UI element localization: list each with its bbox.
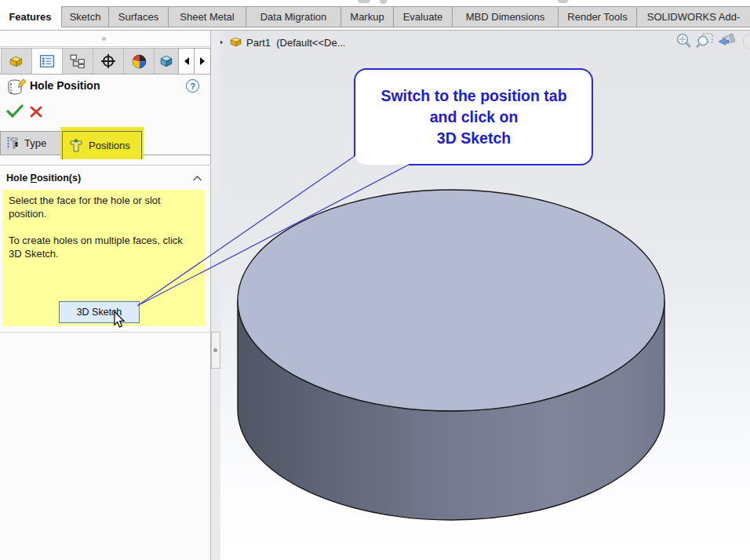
dimxpert-icon	[100, 53, 116, 69]
mouse-cursor	[113, 311, 126, 329]
tab-features[interactable]: Features	[0, 6, 60, 27]
toolbar-pill-fragment	[743, 34, 750, 49]
positions-icon	[69, 139, 83, 153]
cube-icon	[159, 54, 173, 68]
part-icon	[229, 35, 243, 48]
zoom-to-area-icon[interactable]	[696, 32, 715, 49]
ribbon-tab-bar: Features Sketch Surfaces Sheet Metal Dat…	[0, 0, 750, 31]
tab-markup[interactable]: Markup	[340, 6, 394, 27]
tab-pane-extra[interactable]	[154, 48, 179, 75]
splitter-grip-dot	[213, 348, 217, 352]
divider	[0, 74, 211, 75]
property-manager-icon	[39, 54, 55, 68]
message-paragraph: To create holes on multiple faces, click…	[9, 234, 188, 260]
panel-tabs-scroll-left[interactable]	[178, 48, 195, 75]
cancel-button[interactable]	[29, 105, 43, 118]
panel-tabs-scroll-right[interactable]	[194, 48, 211, 75]
toolbar-fragment	[558, 0, 568, 3]
tab-display-manager[interactable]	[123, 48, 155, 75]
configurations-icon	[70, 54, 86, 68]
divider	[0, 165, 211, 166]
divider	[0, 332, 211, 333]
toolbar-fragment	[358, 0, 370, 3]
tab-evaluate[interactable]: Evaluate	[393, 6, 453, 27]
tab-dimxpert-manager[interactable]	[93, 48, 124, 75]
tab-sheet-metal[interactable]: Sheet Metal	[168, 6, 246, 27]
solidworks-window: Features Sketch Surfaces Sheet Metal Dat…	[0, 0, 750, 560]
divider	[0, 46, 211, 47]
tab-data-migration[interactable]: Data Migration	[246, 6, 341, 27]
panel-grip-dot	[102, 37, 106, 41]
tab-configuration-manager[interactable]	[62, 48, 93, 75]
section-header-hole-positions[interactable]: Hole Position(s)	[6, 173, 81, 184]
left-arrow-icon	[184, 57, 189, 65]
callout-text: Switch to the position tab and click on …	[355, 69, 593, 165]
divider	[144, 155, 211, 155]
zoom-to-fit-icon[interactable]	[675, 32, 693, 49]
previous-view-icon[interactable]	[716, 32, 737, 49]
tab-feature-manager[interactable]	[1, 48, 32, 75]
tab-solidworks-addins[interactable]: SOLIDWORKS Add-	[636, 6, 750, 27]
3d-sketch-button[interactable]: 3D Sketch	[59, 301, 140, 323]
tab-surfaces[interactable]: Surfaces	[108, 6, 169, 27]
right-arrow-icon	[200, 57, 205, 65]
feature-tree-root[interactable]: Part1 (Default<<De...	[246, 37, 345, 49]
hole-wizard-icon	[6, 77, 27, 97]
help-icon[interactable]: ?	[186, 79, 199, 93]
tab-sketch[interactable]: Sketch	[61, 6, 109, 27]
part-icon	[9, 54, 24, 68]
hole-type-icon	[6, 136, 20, 150]
display-manager-icon	[132, 54, 147, 69]
property-manager-title: Hole Position	[30, 79, 100, 92]
tab-type[interactable]: Type	[0, 131, 61, 155]
tab-positions[interactable]: Positions	[62, 131, 142, 159]
tab-property-manager[interactable]	[31, 48, 63, 75]
tab-render-tools[interactable]: Render Tools	[558, 6, 637, 27]
tab-mbd-dimensions[interactable]: MBD Dimensions	[452, 6, 559, 27]
message-paragraph: Select the face for the hole or slot pos…	[9, 194, 188, 220]
collapse-chevron-icon[interactable]	[192, 175, 202, 182]
ok-button[interactable]	[6, 104, 24, 119]
panel-splitter	[211, 31, 220, 560]
